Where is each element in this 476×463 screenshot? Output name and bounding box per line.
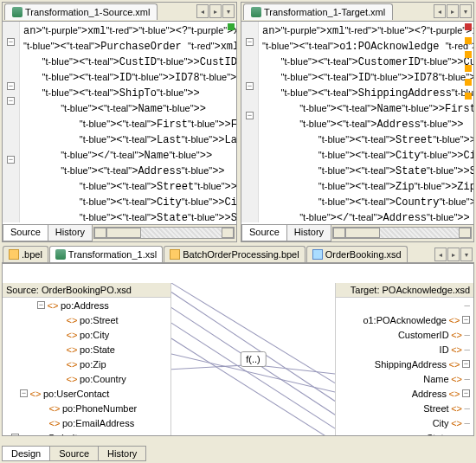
node-label: ShippingAddress bbox=[375, 359, 447, 370]
file-tab[interactable]: OrderBooking.xsd bbox=[306, 246, 408, 262]
element-icon: <> bbox=[66, 344, 78, 355]
element-icon: <> bbox=[451, 403, 463, 414]
fold-icon[interactable]: − bbox=[7, 97, 15, 105]
node-label: po:Address bbox=[61, 300, 109, 311]
source-tree[interactable]: Source: OrderBookingPO.xsd −<>po:Address… bbox=[3, 283, 171, 435]
file-tab-target-xml[interactable]: Transformation_1-Target.xml bbox=[243, 3, 393, 20]
editor-tab-source[interactable]: Source bbox=[241, 225, 287, 241]
tree-node[interactable]: <>po:State bbox=[3, 342, 170, 357]
tab-label: OrderBooking.xsd bbox=[325, 249, 402, 260]
link-icon: ─ bbox=[465, 419, 470, 428]
source-header: Source: OrderBookingPO.xsd bbox=[3, 283, 170, 298]
tree-node[interactable]: o1:POAcknowledge<>− bbox=[336, 312, 473, 327]
tab-prev-button[interactable]: ◂ bbox=[434, 248, 447, 261]
editor-tab-history[interactable]: History bbox=[286, 225, 331, 241]
tree-node[interactable]: <>po:EmailAddress bbox=[3, 415, 170, 430]
file-tab[interactable]: BatchOrderProcessing.bpel bbox=[164, 246, 306, 262]
fold-icon[interactable]: − bbox=[7, 38, 15, 46]
element-icon: <> bbox=[451, 344, 463, 355]
tab-next-button[interactable]: ▸ bbox=[447, 4, 459, 18]
fold-icon[interactable]: − bbox=[246, 82, 254, 90]
tree-node[interactable]: Street<>─ bbox=[336, 401, 473, 415]
tree-node[interactable]: <>po:PhoneNumber bbox=[3, 401, 170, 415]
tree-node[interactable]: <>po:Street bbox=[3, 312, 170, 327]
tab-label: .bpel bbox=[22, 249, 42, 260]
expand-icon[interactable]: − bbox=[11, 434, 19, 435]
file-tab[interactable]: Transformation_1.xsl bbox=[49, 246, 163, 262]
expand-icon[interactable]: − bbox=[462, 389, 470, 397]
editor-tab-source[interactable]: Source bbox=[3, 225, 48, 241]
mapping-canvas[interactable]: f(..) bbox=[171, 283, 335, 435]
element-icon: <> bbox=[451, 374, 463, 384]
editor-left[interactable]: − − − − an>"t-purple">xml"t-red">"t-blue… bbox=[3, 22, 236, 222]
node-label: Address bbox=[412, 389, 447, 399]
tab-list-button[interactable]: ▾ bbox=[222, 4, 235, 18]
tree-node[interactable]: −<>po:UserContact bbox=[3, 386, 170, 401]
link-icon: ─ bbox=[465, 375, 470, 383]
tab-label: BatchOrderProcessing.bpel bbox=[183, 249, 299, 260]
element-icon: <> bbox=[66, 374, 78, 384]
node-label: po:UserContact bbox=[43, 389, 109, 399]
expand-icon[interactable]: − bbox=[20, 389, 28, 397]
editor-right[interactable]: − − − an>"t-purple">xml"t-red">"t-blue">… bbox=[241, 22, 473, 222]
expand-icon[interactable]: − bbox=[37, 301, 45, 309]
marker-icon[interactable] bbox=[465, 79, 472, 86]
node-label: po:OrderItems bbox=[35, 433, 95, 436]
code-lines: an>"t-purple">xml"t-red">"t-blue"><?"t-p… bbox=[23, 23, 236, 222]
tree-node[interactable]: State<>─ bbox=[336, 430, 473, 435]
fold-icon[interactable]: − bbox=[246, 38, 254, 46]
fold-icon[interactable]: − bbox=[7, 82, 15, 90]
tree-node[interactable]: City<>─ bbox=[336, 415, 473, 430]
editor-tab-history[interactable]: History bbox=[48, 225, 93, 241]
marker-icon[interactable] bbox=[465, 65, 472, 72]
view-tab-source[interactable]: Source bbox=[49, 446, 99, 461]
element-icon: <> bbox=[29, 389, 42, 399]
view-tab-history[interactable]: History bbox=[98, 446, 146, 461]
tab-next-button[interactable]: ▸ bbox=[447, 248, 460, 261]
marker-icon[interactable] bbox=[465, 23, 472, 30]
tree-node[interactable]: <>po:Zip bbox=[3, 357, 170, 371]
tree-node[interactable]: CustomerID<>─ bbox=[336, 327, 473, 342]
marker-icon[interactable] bbox=[465, 37, 472, 44]
tab-prev-button[interactable]: ◂ bbox=[434, 4, 446, 18]
tab-list-button[interactable]: ▾ bbox=[460, 248, 473, 261]
tree-node[interactable]: <>po:Country bbox=[3, 371, 170, 386]
tab-label: Transformation_1-Target.xml bbox=[264, 7, 385, 17]
node-label: State bbox=[427, 433, 449, 436]
tab-list-button[interactable]: ▾ bbox=[460, 4, 472, 18]
tree-node[interactable]: ID<>─ bbox=[336, 342, 473, 357]
node-label: po:EmailAddress bbox=[62, 418, 134, 428]
tree-node[interactable]: ShippingAddress<>− bbox=[336, 357, 473, 371]
node-label: o1:POAcknowledge bbox=[363, 315, 447, 325]
tree-node[interactable]: Address<>− bbox=[336, 386, 473, 401]
fold-icon[interactable]: − bbox=[246, 112, 254, 119]
link-icon: ─ bbox=[465, 434, 470, 436]
scrollbar-horizontal[interactable] bbox=[332, 227, 472, 239]
element-icon: <> bbox=[66, 330, 78, 340]
link-icon: ─ bbox=[465, 345, 470, 354]
marker-icon[interactable] bbox=[465, 93, 472, 100]
tree-node[interactable]: −<>po:OrderItems bbox=[3, 430, 170, 435]
tab-next-button[interactable]: ▸ bbox=[209, 4, 222, 18]
scrollbar-horizontal[interactable] bbox=[93, 227, 235, 239]
marker-icon[interactable] bbox=[465, 51, 472, 58]
expand-icon[interactable]: − bbox=[462, 360, 470, 368]
file-tab-source-xml[interactable]: Transformation_1-Source.xml bbox=[4, 3, 158, 20]
node-label: CustomerID bbox=[398, 330, 449, 340]
tab-label: Transformation_1.xsl bbox=[68, 249, 157, 260]
marker-icon[interactable] bbox=[228, 23, 235, 30]
view-tab-design[interactable]: Design bbox=[2, 446, 50, 461]
expand-icon[interactable]: − bbox=[462, 316, 470, 324]
tab-prev-button[interactable]: ◂ bbox=[196, 4, 209, 18]
target-header: Target: POAcknowledge.xsd bbox=[336, 283, 473, 298]
tree-node[interactable]: −<>po:Address bbox=[3, 298, 170, 312]
tree-node[interactable]: ─ bbox=[336, 298, 473, 312]
tree-node[interactable]: Name<>─ bbox=[336, 371, 473, 386]
link-icon: ─ bbox=[465, 331, 470, 339]
function-node[interactable]: f(..) bbox=[240, 351, 267, 367]
node-label: po:PhoneNumber bbox=[62, 403, 137, 414]
fold-icon[interactable]: − bbox=[7, 156, 15, 164]
file-tab[interactable]: .bpel bbox=[3, 246, 48, 262]
tree-node[interactable]: <>po:City bbox=[3, 327, 170, 342]
target-tree[interactable]: Target: POAcknowledge.xsd ─o1:POAcknowle… bbox=[335, 283, 473, 435]
